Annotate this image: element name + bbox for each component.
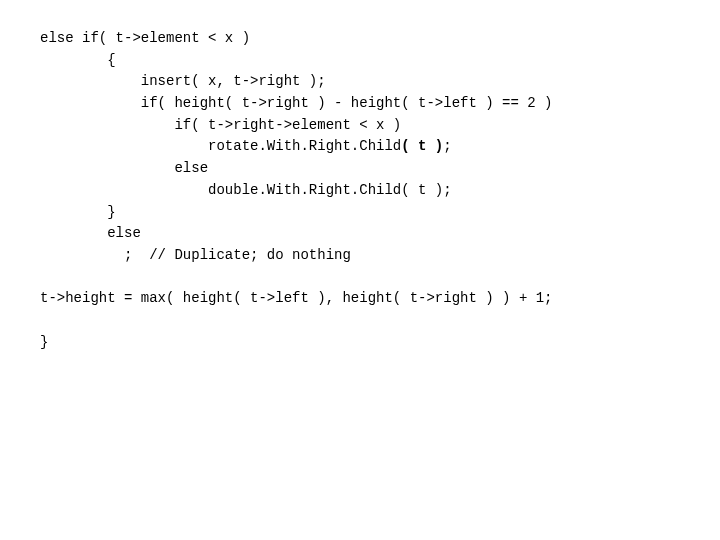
- code-line: double.With.Right.Child( t );: [40, 182, 452, 198]
- code-line: if( t->right->element < x ): [40, 117, 401, 133]
- code-line: ;: [443, 138, 451, 154]
- code-bold-segment: ( t ): [401, 138, 443, 154]
- code-line: }: [40, 334, 48, 350]
- code-line: insert( x, t->right );: [40, 73, 326, 89]
- code-line: rotate.With.Right.Child: [40, 138, 401, 154]
- code-line: t->height = max( height( t->left ), heig…: [40, 290, 552, 306]
- code-line: ; // Duplicate; do nothing: [40, 247, 351, 263]
- code-line: else: [40, 160, 208, 176]
- code-line: if( height( t->right ) - height( t->left…: [40, 95, 552, 111]
- code-line: else: [40, 225, 141, 241]
- code-block: else if( t->element < x ) { insert( x, t…: [0, 0, 720, 353]
- code-line: {: [40, 52, 116, 68]
- code-line: else if( t->element < x ): [40, 30, 250, 46]
- code-line: }: [40, 204, 116, 220]
